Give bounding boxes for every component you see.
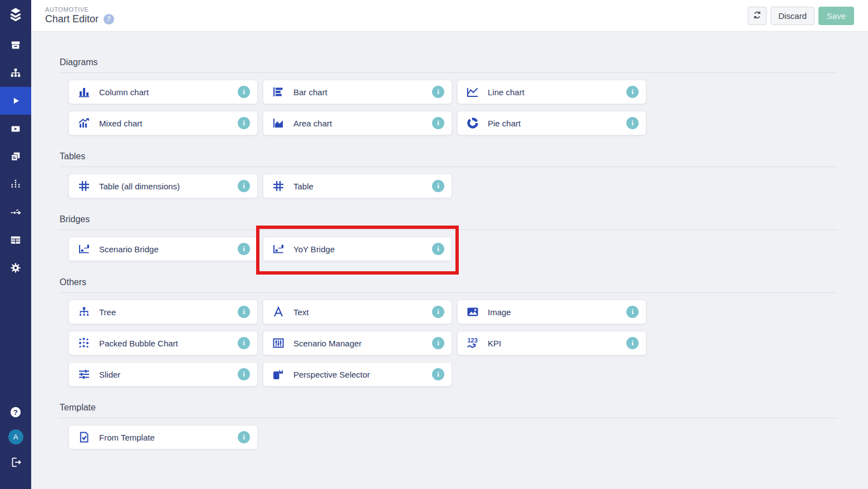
play-icon: [9, 95, 22, 107]
header-actions: Discard Save: [748, 7, 854, 25]
info-icon[interactable]: i: [238, 431, 250, 443]
card-yoy-bridge[interactable]: YoY Bridgei: [263, 237, 452, 261]
card-label: KPI: [488, 339, 626, 348]
info-icon[interactable]: i: [626, 117, 639, 129]
info-icon[interactable]: i: [432, 243, 444, 255]
section-diagrams: DiagramsColumn chartiBar chartiLine char…: [60, 57, 837, 135]
info-icon[interactable]: i: [238, 306, 250, 318]
sidebar-item-archive[interactable]: [0, 31, 31, 59]
card-grid: TreeiTextiImageiPacked Bubble ChartiScen…: [68, 300, 837, 387]
card-text[interactable]: Texti: [263, 300, 452, 324]
svg-text:?: ?: [13, 408, 18, 416]
card-pie-chart[interactable]: Pie charti: [457, 111, 646, 135]
section-title: Template: [60, 403, 837, 418]
table-icon: [9, 234, 22, 246]
card-scenario-manager[interactable]: Scenario Manageri: [263, 331, 452, 355]
card-label: Packed Bubble Chart: [99, 339, 238, 348]
card-perspective-selector[interactable]: Perspective Selectori: [263, 362, 452, 387]
section-title: Tables: [60, 151, 837, 167]
card-label: Bar chart: [293, 87, 432, 97]
card-table[interactable]: Tablei: [263, 174, 452, 198]
info-icon[interactable]: i: [432, 306, 444, 318]
help-icon[interactable]: ?: [104, 14, 114, 25]
sidebar-item-dot-tree[interactable]: [0, 170, 31, 198]
card-column-chart[interactable]: Column charti: [68, 80, 258, 104]
archive-icon: [9, 39, 22, 51]
info-icon[interactable]: i: [626, 86, 639, 98]
sidebar-item-play[interactable]: [0, 87, 31, 115]
card-label: Perspective Selector: [293, 370, 432, 379]
card-label: Table (all dimensions): [99, 182, 238, 191]
slider-icon: [77, 368, 91, 381]
card-label: Table: [293, 182, 432, 191]
card-scenario-bridge[interactable]: Scenario Bridgei: [68, 237, 258, 261]
card-table-all-dimensions[interactable]: Table (all dimensions)i: [68, 174, 258, 198]
card-mixed-chart[interactable]: Mixed charti: [68, 111, 258, 135]
info-icon[interactable]: i: [432, 180, 444, 192]
info-icon[interactable]: i: [238, 368, 250, 380]
card-packed-bubble-chart[interactable]: Packed Bubble Charti: [68, 331, 258, 355]
gear-icon: [9, 262, 22, 274]
bridge-icon: [77, 242, 91, 256]
card-grid: Column chartiBar chartiLine chartiMixed …: [68, 80, 837, 135]
app-logo[interactable]: [0, 0, 31, 31]
info-icon[interactable]: i: [432, 117, 444, 129]
bar-chart-icon: [272, 85, 285, 99]
info-icon[interactable]: i: [238, 180, 250, 192]
info-icon[interactable]: i: [432, 86, 444, 98]
content: DiagramsColumn chartiBar chartiLine char…: [31, 32, 868, 489]
image-icon: [466, 305, 479, 319]
video-play-icon: [9, 123, 22, 135]
column-chart-icon: [77, 85, 91, 99]
info-icon[interactable]: i: [238, 243, 250, 255]
section-bridges: BridgesScenario BridgeiYoY Bridgei: [60, 214, 837, 261]
card-line-chart[interactable]: Line charti: [457, 80, 646, 104]
card-label: Scenario Manager: [293, 339, 432, 348]
info-icon[interactable]: i: [238, 117, 250, 129]
discard-button[interactable]: Discard: [771, 7, 815, 25]
from-template-icon: [77, 431, 91, 444]
sidebar-bottom: ?A: [0, 399, 31, 489]
card-from-template[interactable]: From Templatei: [68, 425, 258, 449]
info-icon[interactable]: i: [626, 306, 639, 318]
table-grid-icon: [77, 179, 91, 193]
card-image[interactable]: Imagei: [457, 300, 646, 324]
sidebar-item-logout[interactable]: [0, 449, 31, 475]
refresh-button[interactable]: [748, 7, 767, 25]
help-icon: ?: [9, 406, 22, 418]
card-label: YoY Bridge: [293, 245, 432, 254]
text-icon: [272, 305, 285, 319]
pages-icon: [9, 150, 22, 163]
sidebar-item-video-play[interactable]: [0, 115, 31, 143]
info-icon[interactable]: i: [432, 337, 444, 349]
pie-chart-icon: [466, 116, 479, 130]
scenario-manager-icon: [272, 336, 285, 350]
sidebar-item-flow-arrow[interactable]: [0, 198, 31, 226]
card-tree[interactable]: Treei: [68, 300, 258, 324]
save-button[interactable]: Save: [818, 7, 854, 25]
section-others: OthersTreeiTextiImageiPacked Bubble Char…: [60, 277, 837, 387]
sidebar-item-gear[interactable]: [0, 254, 31, 282]
sidebar-item-pages[interactable]: [0, 143, 31, 170]
info-icon[interactable]: i: [238, 86, 250, 98]
hierarchy-icon: [9, 67, 22, 79]
card-area-chart[interactable]: Area charti: [263, 111, 452, 135]
bridge-icon: [272, 242, 285, 256]
sidebar-item-hierarchy[interactable]: [0, 59, 31, 87]
user-avatar[interactable]: A: [0, 424, 31, 449]
card-kpi[interactable]: 123KPIi: [457, 331, 646, 355]
main-area: AUTOMOTIVE Chart Editor ? Discard Save D…: [31, 0, 868, 489]
sidebar-item-table[interactable]: [0, 226, 31, 254]
sidebar-item-help[interactable]: ?: [0, 399, 31, 424]
card-grid: Scenario BridgeiYoY Bridgei: [68, 237, 837, 261]
info-icon[interactable]: i: [238, 337, 250, 349]
flow-arrow-icon: [9, 206, 22, 218]
card-label: Area chart: [293, 119, 432, 128]
card-label: Pie chart: [488, 119, 626, 128]
info-icon[interactable]: i: [432, 368, 444, 380]
card-bar-chart[interactable]: Bar charti: [263, 80, 452, 104]
card-slider[interactable]: Slideri: [68, 362, 258, 387]
perspective-selector-icon: [272, 368, 285, 381]
info-icon[interactable]: i: [626, 337, 639, 349]
mixed-chart-icon: [77, 116, 91, 130]
